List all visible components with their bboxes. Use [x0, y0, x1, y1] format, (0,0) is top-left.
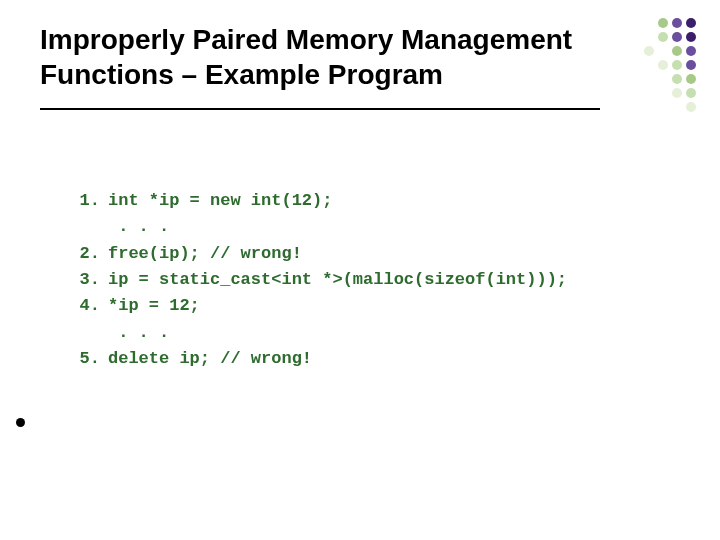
code-text: int *ip = new int(12); — [100, 188, 332, 214]
decor-dot-icon — [686, 88, 696, 98]
code-line: . . . — [66, 214, 567, 240]
code-text: free(ip); // wrong! — [100, 241, 302, 267]
decor-dot-icon — [644, 46, 654, 56]
code-text: . . . — [100, 214, 169, 240]
line-number: 4. — [66, 293, 100, 319]
line-number: 1. — [66, 188, 100, 214]
decor-dot-icon — [686, 74, 696, 84]
code-text: . . . — [100, 320, 169, 346]
decor-dot-icon — [658, 60, 668, 70]
code-text: ip = static_cast<int *>(malloc(sizeof(in… — [100, 267, 567, 293]
decor-dot-icon — [686, 18, 696, 28]
decor-dot-icon — [672, 88, 682, 98]
line-number: 2. — [66, 241, 100, 267]
slide: Improperly Paired Memory Management Func… — [0, 0, 720, 540]
code-line: 1.int *ip = new int(12); — [66, 188, 567, 214]
decor-dot-icon — [686, 102, 696, 112]
bullet-dot-icon — [16, 418, 25, 427]
decor-dot-icon — [672, 32, 682, 42]
line-number: 3. — [66, 267, 100, 293]
decor-dot-icon — [686, 32, 696, 42]
code-block: 1.int *ip = new int(12); . . .2.free(ip)… — [66, 188, 567, 372]
decor-dot-icon — [658, 32, 668, 42]
decor-dot-icon — [686, 60, 696, 70]
line-number: 5. — [66, 346, 100, 372]
decor-dot-icon — [658, 18, 668, 28]
title-underline — [40, 108, 600, 110]
code-line: 3.ip = static_cast<int *>(malloc(sizeof(… — [66, 267, 567, 293]
line-number — [66, 320, 100, 346]
slide-title: Improperly Paired Memory Management Func… — [40, 22, 600, 92]
code-text: *ip = 12; — [100, 293, 200, 319]
decor-dot-icon — [672, 60, 682, 70]
code-text: delete ip; // wrong! — [100, 346, 312, 372]
code-line: 4.*ip = 12; — [66, 293, 567, 319]
code-line: 2.free(ip); // wrong! — [66, 241, 567, 267]
decor-dot-icon — [672, 46, 682, 56]
line-number — [66, 214, 100, 240]
decor-dot-icon — [672, 18, 682, 28]
corner-dots-decoration — [606, 18, 702, 128]
code-line: 5.delete ip; // wrong! — [66, 346, 567, 372]
decor-dot-icon — [672, 74, 682, 84]
code-line: . . . — [66, 320, 567, 346]
decor-dot-icon — [686, 46, 696, 56]
